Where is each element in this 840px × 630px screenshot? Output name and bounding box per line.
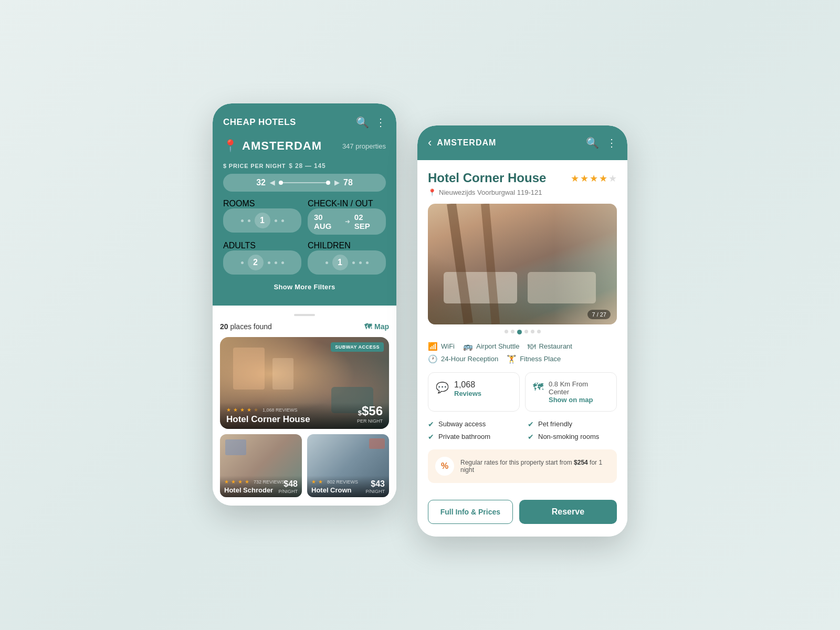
rooms-value: 1	[255, 213, 270, 228]
price-range-display: $ 28 — 145	[289, 162, 326, 170]
search-button[interactable]: 🔍	[356, 116, 369, 129]
amenity-label: Restaurant	[539, 342, 572, 350]
right-header: ‹ AMSTERDAM 🔍 ⋮	[417, 125, 627, 160]
arrow-left-icon: ◀	[270, 179, 275, 186]
dot	[275, 261, 277, 264]
small-cards-row: ★ ★ ★ ★ 732 REVIEWS Hotel Schroder $48 P…	[220, 434, 389, 497]
children-value: 1	[332, 255, 348, 270]
star-icon: ★	[238, 479, 243, 485]
price-value: $43	[365, 479, 385, 489]
shuttle-icon: 🚌	[463, 342, 473, 351]
amenity-shuttle: 🚌 Airport Shuttle	[463, 342, 519, 351]
photo-dot-active[interactable]	[517, 330, 522, 334]
menu-button[interactable]: ⋮	[606, 136, 617, 149]
reviews-label: Reviews	[454, 390, 481, 397]
hotel-main-photo[interactable]: 7 / 27	[428, 204, 617, 324]
results-panel: 20 places found 🗺 Map SUBWAY ACCESS ★ ★ …	[213, 306, 396, 506]
feature-label: Private bathroom	[438, 433, 490, 440]
hotel-detail-name: Hotel Corner House	[428, 171, 546, 185]
show-more-filters-button[interactable]: Show More Filters	[223, 283, 386, 291]
amenity-label: Airport Shuttle	[476, 342, 519, 350]
reviews-text: 802 REVIEWS	[327, 479, 358, 485]
reserve-button[interactable]: Reserve	[519, 500, 617, 524]
map-button[interactable]: 🗺 Map	[364, 322, 389, 331]
dot	[352, 261, 355, 264]
full-info-button[interactable]: Full Info & Prices	[428, 500, 513, 524]
checkin-label: CHECK-IN / OUT	[308, 199, 373, 208]
star-icon: ★	[571, 173, 579, 184]
map-icon: 🗺	[364, 322, 372, 331]
hotel-card-small-2[interactable]: ★ ★ 802 REVIEWS Hotel Crown $43 P/NIGHT	[307, 434, 389, 497]
amenity-label: 24-Hour Reception	[441, 355, 498, 363]
price: $$56	[357, 404, 383, 418]
photo-dot[interactable]	[505, 330, 508, 333]
dot	[241, 219, 244, 222]
map-icon: 🗺	[533, 381, 543, 393]
dot	[248, 219, 250, 222]
children-stepper[interactable]: 1	[308, 250, 386, 275]
hotel-address: 📍 Nieuwezijds Voorburgwal 119-121	[428, 188, 617, 196]
feature-label: Subway access	[438, 420, 486, 428]
show-on-map-button[interactable]: Show on map	[549, 396, 609, 404]
star-icon: ★	[247, 407, 251, 413]
price-per-label: P/NIGHT	[278, 489, 298, 494]
amenity-label: WiFi	[441, 342, 455, 350]
header-icons: 🔍 ⋮	[356, 116, 386, 129]
check-icon: ✔	[528, 420, 534, 428]
app-title: CHEAP HOTELS	[223, 117, 296, 128]
photo-dot[interactable]	[524, 330, 528, 333]
children-label: CHILDREN	[308, 241, 351, 250]
properties-count: 347 properties	[342, 142, 386, 150]
hotel-card-small-1[interactable]: ★ ★ ★ ★ 732 REVIEWS Hotel Schroder $48 P…	[220, 434, 302, 497]
photo-dot[interactable]	[511, 330, 514, 333]
promo-price: $254	[574, 459, 588, 466]
reviews-count: 1,068	[454, 380, 481, 390]
map-card[interactable]: 🗺 0.8 Km From Center Show on map	[525, 372, 617, 412]
hotel-card-large[interactable]: SUBWAY ACCESS ★ ★ ★ ★ ★ 1,068 REVIEWS Ho…	[220, 337, 389, 429]
star-icon: ★	[233, 407, 238, 413]
star-icon: ★	[231, 479, 236, 485]
distance-text: 0.8 Km From Center	[549, 380, 609, 396]
feature-bathroom: ✔ Private bathroom	[428, 433, 517, 441]
header-icons: 🔍 ⋮	[586, 136, 617, 149]
check-icon: ✔	[528, 433, 534, 441]
checkin-picker[interactable]: 30 AUG ➜ 02 SEP	[308, 208, 386, 235]
left-top-panel: CHEAP HOTELS 🔍 ⋮ 📍 AMSTERDAM 347 propert…	[213, 103, 396, 306]
amenity-wifi: 📶 WiFi	[428, 342, 455, 351]
back-button[interactable]: ‹	[428, 136, 432, 150]
price-value: $48	[278, 479, 298, 489]
check-icon: ✔	[428, 420, 434, 428]
photo-dot[interactable]	[537, 330, 541, 333]
dot	[241, 261, 244, 264]
percent-icon: %	[435, 457, 454, 476]
price-filter: $ PRICE PER NIGHT $ 28 — 145 32 ◀ ▶ 78	[223, 162, 386, 192]
location-name[interactable]: 📍 AMSTERDAM	[223, 139, 322, 153]
price-max: 78	[343, 178, 353, 187]
results-header: 20 places found 🗺 Map	[220, 322, 389, 331]
price-sup: $	[358, 409, 362, 417]
star-icon: ★	[240, 407, 245, 413]
feature-label: Non-smoking rooms	[538, 433, 599, 440]
rooms-stepper[interactable]: 1	[223, 208, 301, 233]
price-range-slider[interactable]: 32 ◀ ▶ 78	[223, 174, 386, 192]
promo-text: Regular rates for this property start fr…	[460, 459, 610, 474]
address-pin-icon: 📍	[428, 188, 436, 196]
adults-filter: ADULTS 2	[223, 241, 301, 275]
features-grid: ✔ Subway access ✔ Pet friendly ✔ Private…	[428, 420, 617, 441]
dot	[281, 261, 284, 264]
search-button[interactable]: 🔍	[586, 136, 599, 149]
fitness-icon: 🏋	[507, 354, 517, 364]
star-icon: ★	[318, 479, 323, 485]
hotel-detail-header: Hotel Corner House ★ ★ ★ ★ ★	[428, 171, 617, 185]
price-per-label: PER NIGHT	[357, 418, 383, 424]
subway-badge: SUBWAY ACCESS	[331, 342, 384, 352]
menu-button[interactable]: ⋮	[375, 116, 386, 129]
photo-dot[interactable]	[531, 330, 534, 333]
adults-stepper[interactable]: 2	[223, 250, 301, 275]
drag-handle	[294, 314, 315, 316]
feature-pet: ✔ Pet friendly	[528, 420, 617, 428]
reviews-card[interactable]: 💬 1,068 Reviews	[428, 372, 520, 412]
star-icon: ★	[254, 407, 258, 413]
photo-counter: 7 / 27	[587, 310, 611, 319]
left-header: CHEAP HOTELS 🔍 ⋮	[223, 116, 386, 129]
